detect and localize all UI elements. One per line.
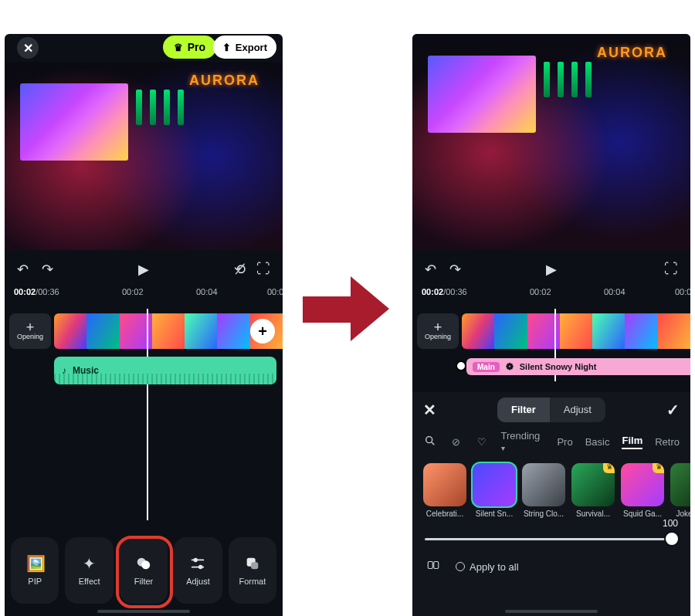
category-retro[interactable]: Retro <box>655 436 680 448</box>
applied-filter-track[interactable]: Main ❁ Silent Snowy Night <box>466 358 690 375</box>
format-icon <box>244 555 261 572</box>
loop-toggle-icon[interactable]: ⟲̸ <box>234 261 246 278</box>
pip-button[interactable]: 🖼️ PIP <box>11 537 59 604</box>
svg-rect-7 <box>251 562 258 569</box>
slider-knob[interactable] <box>666 533 678 545</box>
undo-icon[interactable]: ↶ <box>17 261 29 278</box>
right-screenshot: AURORA ↶ ↷ ▶ ⛶ 00:02/00:36 00:02 00:04 0… <box>412 34 690 616</box>
sliders-icon <box>189 555 206 572</box>
pro-badge[interactable]: Pro <box>163 36 216 59</box>
filter-icon: ❁ <box>506 361 514 372</box>
top-bar: ✕ Pro Export <box>5 34 283 62</box>
play-icon[interactable]: ▶ <box>546 261 557 278</box>
preview-art <box>20 83 128 161</box>
intensity-slider[interactable]: 100 <box>412 521 690 552</box>
adjust-button[interactable]: Adjust <box>174 537 222 604</box>
time-tick: 00:02 <box>530 287 551 296</box>
category-trending[interactable]: Trending <box>501 430 545 453</box>
filter-button[interactable]: Filter <box>120 537 168 604</box>
opening-button[interactable]: + Opening <box>9 313 51 349</box>
panel-tabs: Filter Adjust <box>497 398 605 422</box>
timeline[interactable]: + Opening + ♪ Music <box>5 304 283 384</box>
undo-icon[interactable]: ↶ <box>425 261 436 278</box>
format-button[interactable]: Format <box>229 537 276 604</box>
arrow-annotation <box>303 278 395 340</box>
apply-to-all-button[interactable]: Apply to all <box>456 561 519 573</box>
preview-brand-text: AURORA <box>189 73 259 89</box>
radio-icon <box>456 562 465 571</box>
time-tick: 00:02 <box>122 287 144 296</box>
main-chip: Main <box>473 362 500 372</box>
filter-label: Filter <box>134 577 153 586</box>
redo-icon: ↷ <box>449 261 461 278</box>
tab-filter[interactable]: Filter <box>497 398 550 422</box>
music-track[interactable]: ♪ Music <box>54 357 276 384</box>
clip-thumbnails[interactable] <box>462 313 690 349</box>
pip-label: PIP <box>28 577 42 586</box>
video-track[interactable]: + Opening + <box>5 313 283 350</box>
sparkle-icon: ✦ <box>81 555 98 572</box>
export-button[interactable]: Export <box>213 36 276 59</box>
filter-swatch[interactable]: Joker 0... <box>670 463 690 518</box>
transport-controls: ↶ ↷ ▶ ⛶ <box>412 250 690 287</box>
filter-swatches: Celebrati... Silent Sn... String Clo... … <box>412 455 690 521</box>
svg-rect-10 <box>428 562 432 569</box>
fullscreen-icon[interactable]: ⛶ <box>664 261 678 277</box>
time-tick: 00:06 <box>675 287 690 296</box>
plus-icon: + <box>434 322 442 333</box>
svg-point-3 <box>195 559 198 562</box>
video-preview[interactable]: AURORA <box>412 34 690 250</box>
filter-swatch-selected[interactable]: Silent Sn... <box>473 463 516 518</box>
close-panel-button[interactable]: ✕ <box>423 401 436 419</box>
time-tick: 00:06 <box>267 287 283 296</box>
pip-icon: 🖼️ <box>26 555 43 572</box>
video-track[interactable]: + Opening <box>412 313 690 350</box>
favorite-icon[interactable]: ♡ <box>475 436 489 448</box>
time-current: 00:02/00:36 <box>422 287 467 296</box>
fullscreen-icon[interactable]: ⛶ <box>256 261 270 277</box>
time-tick: 00:04 <box>604 287 626 296</box>
bottom-toolbar: 🖼️ PIP ✦ Effect Filter Adjust <box>5 537 283 604</box>
filter-swatch[interactable]: Survival... <box>571 463 615 518</box>
track-start-handle[interactable] <box>456 360 466 371</box>
left-screenshot: ✕ Pro Export AURORA ↶ ↷ ▶ ⟲̸ ⛶ 00:02/00:… <box>5 34 283 616</box>
playhead[interactable] <box>147 309 148 520</box>
video-preview[interactable]: AURORA <box>5 62 283 250</box>
timeline[interactable]: + Opening Main ❁ Silent Snowy Night <box>412 304 690 389</box>
category-basic[interactable]: Basic <box>585 436 610 448</box>
opening-button[interactable]: + Opening <box>417 313 459 349</box>
opening-label: Opening <box>17 333 43 340</box>
transport-controls: ↶ ↷ ▶ ⟲̸ ⛶ <box>5 250 283 287</box>
format-label: Format <box>239 577 266 586</box>
category-film[interactable]: Film <box>622 435 642 449</box>
tab-adjust[interactable]: Adjust <box>550 398 605 422</box>
filter-swatch[interactable]: Squid Ga... <box>621 463 664 518</box>
home-indicator <box>97 610 190 613</box>
svg-point-8 <box>425 436 432 442</box>
apply-to-all-label: Apply to all <box>470 561 519 573</box>
search-icon[interactable] <box>423 435 437 449</box>
adjust-label: Adjust <box>186 577 210 586</box>
close-button[interactable]: ✕ <box>17 37 39 59</box>
add-clip-button[interactable]: + <box>250 319 275 344</box>
preview-art <box>136 90 184 125</box>
compare-icon[interactable] <box>426 558 440 575</box>
preview-art <box>544 62 592 97</box>
plus-icon: + <box>26 322 35 333</box>
none-icon[interactable]: ⊘ <box>449 436 463 448</box>
filter-swatch[interactable]: Celebrati... <box>423 463 466 518</box>
redo-icon: ↷ <box>42 261 53 278</box>
filter-swatch[interactable]: String Clo... <box>522 463 565 518</box>
svg-point-1 <box>141 560 150 569</box>
applied-filter-name: Silent Snowy Night <box>520 362 597 371</box>
svg-rect-11 <box>434 562 439 569</box>
confirm-button[interactable]: ✓ <box>666 401 680 419</box>
play-icon[interactable]: ▶ <box>138 261 149 278</box>
clip-thumbnails[interactable] <box>54 313 283 349</box>
time-ruler: 00:02/00:36 00:02 00:04 00:06 <box>5 287 283 304</box>
time-tick: 00:04 <box>196 287 218 296</box>
effect-button[interactable]: ✦ Effect <box>65 537 113 604</box>
filter-categories: ⊘ ♡ Trending Pro Basic Film Retro <box>412 428 690 455</box>
category-pro[interactable]: Pro <box>557 436 572 448</box>
filter-panel: ✕ Filter Adjust ✓ ⊘ ♡ Trending Pro Basic… <box>412 392 690 616</box>
